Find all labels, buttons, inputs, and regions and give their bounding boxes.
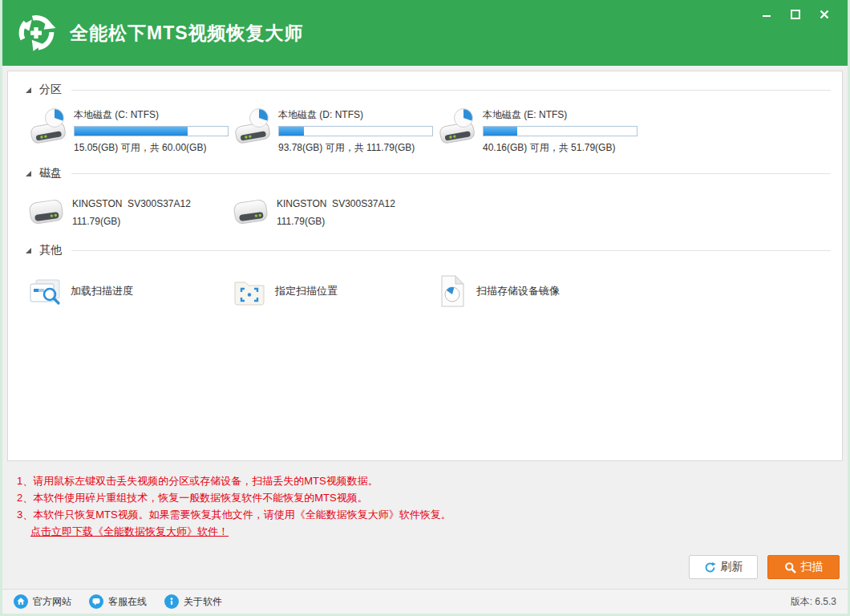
scan-label: 扫描	[801, 560, 824, 574]
official-website-link[interactable]: 官方网站	[14, 594, 71, 609]
refresh-icon	[704, 561, 716, 573]
notice-line: 3、本软件只恢复MTS视频。如果需要恢复其他文件，请使用《全能数据恢复大师》软件…	[17, 506, 848, 523]
notice-area: 1、请用鼠标左键双击丢失视频的分区或存储设备，扫描丢失的MTS视频数据。 2、本…	[2, 461, 848, 555]
disk-row: KINGSTON SV300S37A12 111.79(GB) KINGSTON	[8, 184, 842, 230]
collapse-triangle-icon[interactable]	[26, 248, 31, 253]
disk-item-2[interactable]: KINGSTON SV300S37A12 111.79(GB)	[232, 195, 436, 230]
usage-bar	[74, 126, 229, 136]
partition-drive-icon	[436, 107, 478, 148]
scan-device-image-item[interactable]: 扫描存储设备镜像	[436, 274, 641, 309]
section-header-others: 其他	[8, 230, 842, 261]
notice-line: 1、请用鼠标左键双击丢失视频的分区或存储设备，扫描丢失的MTS视频数据。	[17, 472, 848, 489]
usage-bar	[483, 126, 638, 136]
action-bar: 刷新 扫描	[2, 555, 848, 589]
minimize-icon	[761, 9, 772, 20]
app-logo-icon	[14, 10, 59, 55]
section-header-disks: 磁盘	[8, 155, 842, 184]
status-bar: 官方网站 客服在线 关于软件 版本: 6.5.3	[2, 589, 848, 614]
section-header-partitions: 分区	[8, 76, 842, 100]
section-rule	[71, 90, 831, 91]
disk-image-icon	[436, 274, 468, 309]
partition-item-e[interactable]: 本地磁盘 (E: NTFS) 40.16(GB) 可用，共 51.79(GB)	[436, 100, 641, 155]
partition-free-text: 15.05(GB) 可用，共 60.00(GB)	[74, 141, 229, 155]
partition-row: 本地磁盘 (C: NTFS) 15.05(GB) 可用，共 60.00(GB)	[8, 100, 842, 155]
load-scan-progress-item[interactable]: 加载扫描进度	[27, 274, 232, 309]
section-rule	[71, 250, 831, 251]
statusbar-label: 官方网站	[33, 595, 71, 609]
app-title: 全能松下MTS视频恢复大师	[70, 21, 304, 46]
main-area: 分区 本地磁盘 (C:	[2, 66, 848, 589]
partition-name: 本地磁盘 (C: NTFS)	[74, 108, 229, 122]
section-label: 分区	[39, 83, 62, 97]
close-icon	[819, 9, 830, 20]
device-panel: 分区 本地磁盘 (C:	[7, 71, 843, 461]
notice-line: 2、本软件使用碎片重组技术，恢复一般数据恢复软件不能恢复的MTS视频。	[17, 489, 848, 506]
search-icon	[784, 561, 796, 573]
chat-icon	[89, 594, 103, 609]
close-button[interactable]	[816, 6, 833, 22]
home-icon	[14, 594, 28, 609]
usage-fill	[279, 127, 304, 136]
disk-item-1[interactable]: KINGSTON SV300S37A12 111.79(GB)	[27, 195, 232, 230]
other-item-label: 指定扫描位置	[275, 284, 338, 298]
window-controls	[758, 6, 833, 22]
collapse-triangle-icon[interactable]	[26, 87, 31, 93]
disk-size: 111.79(GB)	[72, 216, 191, 227]
minimize-button[interactable]	[758, 6, 775, 22]
partition-name: 本地磁盘 (D: NTFS)	[278, 108, 433, 122]
section-rule	[71, 173, 831, 174]
download-link[interactable]: 点击立即下载《全能数据恢复大师》软件！	[30, 523, 229, 540]
usage-fill	[75, 127, 188, 136]
usage-bar	[278, 126, 433, 136]
scan-button[interactable]: 扫描	[767, 555, 840, 579]
target-folder-icon	[232, 275, 267, 307]
customer-service-link[interactable]: 客服在线	[89, 594, 147, 609]
maximize-button[interactable]	[787, 6, 804, 22]
refresh-button[interactable]: 刷新	[689, 555, 758, 579]
load-scan-progress-icon	[27, 274, 63, 308]
disk-size: 111.79(GB)	[277, 216, 395, 227]
statusbar-label: 客服在线	[108, 595, 147, 609]
specify-scan-location-item[interactable]: 指定扫描位置	[232, 274, 436, 309]
section-label: 磁盘	[39, 166, 62, 180]
partition-free-text: 93.78(GB) 可用，共 111.79(GB)	[278, 141, 433, 155]
disk-name: KINGSTON SV300S37A12	[277, 198, 395, 209]
other-row: 加载扫描进度 指定扫描位置	[8, 261, 842, 309]
hard-disk-icon	[27, 195, 66, 230]
statusbar-label: 关于软件	[184, 595, 222, 609]
partition-item-d[interactable]: 本地磁盘 (D: NTFS) 93.78(GB) 可用，共 111.79(GB)	[232, 100, 436, 155]
maximize-icon	[790, 9, 801, 20]
app-window: 全能松下MTS视频恢复大师 分区	[0, 0, 850, 616]
partition-drive-icon	[27, 107, 69, 148]
partition-free-text: 40.16(GB) 可用，共 51.79(GB)	[483, 141, 638, 155]
about-software-link[interactable]: 关于软件	[164, 594, 222, 609]
other-item-label: 加载扫描进度	[71, 284, 133, 298]
usage-fill	[484, 127, 517, 136]
title-bar: 全能松下MTS视频恢复大师	[2, 0, 848, 66]
section-label: 其他	[39, 243, 62, 257]
collapse-triangle-icon[interactable]	[26, 171, 31, 176]
partition-drive-icon	[232, 107, 273, 148]
partition-item-c[interactable]: 本地磁盘 (C: NTFS) 15.05(GB) 可用，共 60.00(GB)	[27, 100, 232, 155]
hard-disk-icon	[232, 195, 270, 230]
other-item-label: 扫描存储设备镜像	[476, 284, 560, 298]
disk-name: KINGSTON SV300S37A12	[72, 198, 191, 209]
info-icon	[164, 594, 179, 609]
version-text: 版本: 6.5.3	[791, 595, 836, 609]
refresh-label: 刷新	[721, 560, 743, 574]
partition-name: 本地磁盘 (E: NTFS)	[483, 108, 638, 122]
